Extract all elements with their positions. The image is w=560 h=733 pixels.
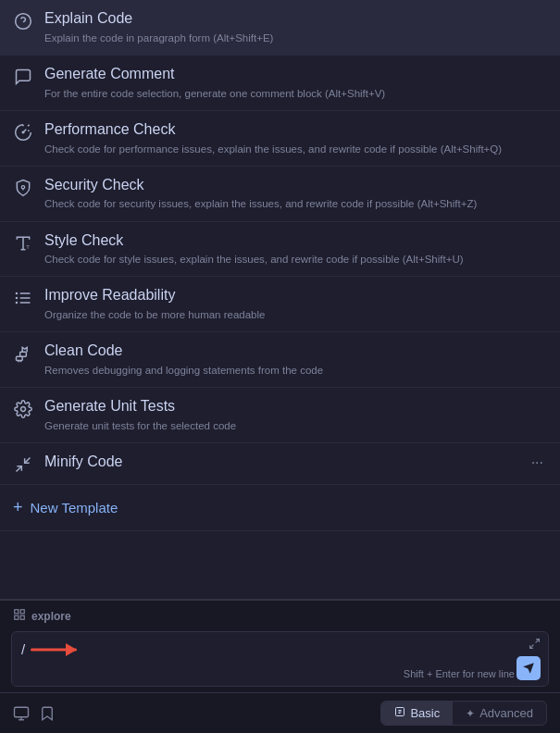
explore-header: explore xyxy=(0,601,560,627)
svg-line-19 xyxy=(17,466,22,472)
svg-text:T: T xyxy=(26,243,30,249)
comment-icon xyxy=(13,67,33,87)
new-template-label: New Template xyxy=(31,500,118,516)
explore-section: explore / Shift + Enter for new line xyxy=(0,600,560,692)
svg-rect-15 xyxy=(20,353,27,357)
menu-item-explain-code-text: Explain Code Explain the code in paragra… xyxy=(44,9,547,45)
menu-item-performance-check-title: Performance Check xyxy=(44,120,547,140)
menu-item-security-check[interactable]: Security Check Check code for security i… xyxy=(0,167,560,222)
explore-icon xyxy=(13,608,26,624)
tab-advanced[interactable]: ✦ Advanced xyxy=(453,702,546,725)
svg-point-0 xyxy=(16,14,31,30)
menu-item-minify-dots[interactable]: ··· xyxy=(528,454,547,471)
menu-item-security-check-subtitle: Check code for security issues, explain … xyxy=(44,196,547,211)
gear-check-icon xyxy=(13,399,33,419)
expand-icon[interactable] xyxy=(529,638,541,652)
gauge-icon xyxy=(13,122,33,143)
bottom-bar: Basic ✦ Advanced xyxy=(0,692,560,733)
menu-item-generate-unit-tests-subtitle: Generate unit tests for the selected cod… xyxy=(44,418,547,433)
tab-group: Basic ✦ Advanced xyxy=(380,701,547,726)
menu-item-generate-unit-tests-title: Generate Unit Tests xyxy=(44,397,547,416)
arrow-indicator xyxy=(31,641,86,658)
menu-item-generate-unit-tests-text: Generate Unit Tests Generate unit tests … xyxy=(44,397,547,433)
svg-line-25 xyxy=(536,640,540,643)
tab-advanced-label: Advanced xyxy=(479,706,533,720)
menu-list: Explain Code Explain the code in paragra… xyxy=(0,0,560,600)
menu-item-improve-readability-subtitle: Organize the code to be more human reada… xyxy=(44,307,547,322)
menu-item-improve-readability[interactable]: Improve Readability Organize the code to… xyxy=(0,277,560,332)
svg-rect-23 xyxy=(15,615,19,619)
bottom-left-icons xyxy=(13,705,56,722)
input-slash: / xyxy=(21,640,25,659)
svg-line-20 xyxy=(25,458,31,464)
list-icon xyxy=(13,288,33,308)
bookmark-icon[interactable] xyxy=(39,705,56,722)
menu-item-clean-code-text: Clean Code Removes debugging and logging… xyxy=(44,342,547,378)
menu-item-clean-code-title: Clean Code xyxy=(44,342,547,361)
menu-item-generate-comment[interactable]: Generate Comment For the entire code sel… xyxy=(0,56,560,111)
menu-item-security-check-title: Security Check xyxy=(44,176,547,195)
menu-item-style-check-text: Style Check Check code for style issues,… xyxy=(44,231,547,267)
menu-item-minify-code-text: Minify Code ··· xyxy=(44,453,547,472)
menu-item-clean-code-subtitle: Removes debugging and logging statements… xyxy=(44,363,547,378)
svg-rect-22 xyxy=(20,610,24,614)
input-hint: Shift + Enter for new line xyxy=(404,668,515,679)
menu-item-explain-code-subtitle: Explain the code in paragraph form (Alt+… xyxy=(44,31,547,45)
menu-item-clean-code[interactable]: Clean Code Removes debugging and logging… xyxy=(0,332,560,388)
menu-item-generate-unit-tests[interactable]: Generate Unit Tests Generate unit tests … xyxy=(0,388,560,443)
new-template-plus-icon: + xyxy=(13,498,23,517)
menu-item-generate-comment-text: Generate Comment For the entire code sel… xyxy=(44,65,547,101)
menu-item-security-check-text: Security Check Check code for security i… xyxy=(44,176,547,212)
shield-icon xyxy=(13,178,33,198)
svg-line-26 xyxy=(530,645,534,649)
menu-item-generate-comment-subtitle: For the entire code selection, generate … xyxy=(44,86,547,101)
screen-icon[interactable] xyxy=(13,705,30,722)
svg-point-3 xyxy=(21,185,24,188)
send-button[interactable] xyxy=(516,656,541,680)
tab-basic-icon xyxy=(394,706,405,720)
menu-item-style-check-title: Style Check xyxy=(44,231,547,251)
explore-label: explore xyxy=(31,610,71,623)
red-arrow-icon xyxy=(31,641,86,658)
menu-item-improve-readability-title: Improve Readability xyxy=(44,286,547,305)
svg-point-12 xyxy=(16,297,19,300)
input-area[interactable]: / Shift + Enter for new line xyxy=(11,631,549,687)
compress-icon xyxy=(13,454,33,475)
menu-item-improve-readability-text: Improve Readability Organize the code to… xyxy=(44,286,547,322)
svg-point-13 xyxy=(16,302,19,304)
menu-item-performance-check-subtitle: Check code for performance issues, expla… xyxy=(44,142,547,156)
question-circle-icon xyxy=(13,11,33,31)
menu-item-explain-code-title: Explain Code xyxy=(44,9,547,29)
menu-item-explain-code[interactable]: Explain Code Explain the code in paragra… xyxy=(0,0,560,56)
svg-rect-27 xyxy=(15,707,29,717)
menu-item-minify-code-title: Minify Code xyxy=(44,453,122,472)
menu-item-generate-comment-title: Generate Comment xyxy=(44,65,547,84)
menu-item-style-check[interactable]: T Style Check Check code for style issue… xyxy=(0,222,560,278)
tab-basic[interactable]: Basic xyxy=(381,702,453,725)
svg-rect-24 xyxy=(20,615,24,619)
svg-point-18 xyxy=(21,407,26,412)
tab-advanced-icon: ✦ xyxy=(466,707,475,720)
menu-item-performance-check-text: Performance Check Check code for perform… xyxy=(44,120,547,156)
svg-point-2 xyxy=(22,131,24,133)
svg-rect-21 xyxy=(15,610,19,614)
new-template-row[interactable]: + New Template xyxy=(0,485,560,531)
menu-item-style-check-subtitle: Check code for style issues, explain the… xyxy=(44,252,547,267)
broom-icon xyxy=(13,343,33,364)
svg-point-11 xyxy=(16,292,19,295)
tab-basic-label: Basic xyxy=(410,706,440,720)
menu-item-performance-check[interactable]: Performance Check Check code for perform… xyxy=(0,111,560,167)
menu-item-minify-code[interactable]: Minify Code ··· xyxy=(0,443,560,485)
text-size-icon: T xyxy=(13,233,33,254)
